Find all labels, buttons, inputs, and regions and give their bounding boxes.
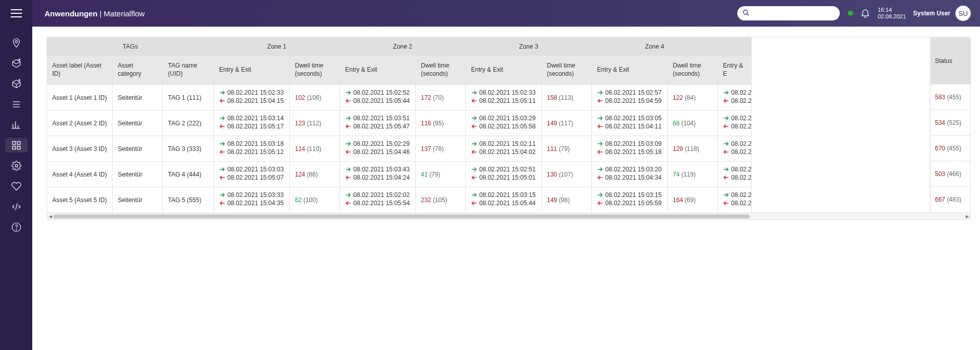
svg-line-24 — [747, 13, 749, 15]
header-status[interactable]: Status — [931, 37, 970, 84]
svg-rect-17 — [12, 146, 15, 149]
cell-entry-exit: 08.02.2021 15:03:1508.02.2021 15:05:44 — [466, 187, 542, 212]
svg-point-19 — [15, 165, 17, 167]
cell-asset-label: Asset 1 (Asset 1 ID) — [47, 84, 113, 110]
cell-asset-label: Asset 2 (Asset 2 ID) — [47, 110, 113, 136]
cell-dwell: 149 (117) — [542, 110, 592, 136]
cell-entry-exit: 08.02.2021 15:03:1808.02.2021 15:05:12 — [214, 136, 290, 161]
scrollbar-thumb[interactable] — [53, 214, 750, 218]
cell-dwell: 158 (113) — [542, 84, 592, 110]
cell-asset-label: Asset 3 (Asset 3 ID) — [47, 136, 113, 161]
nav-settings-icon[interactable] — [5, 159, 28, 173]
cell-entry-exit: 08.02.2021 15:02:0208.02.2021 15:05:54 — [340, 187, 416, 212]
svg-point-22 — [16, 229, 16, 230]
nav-help-icon[interactable] — [5, 220, 28, 234]
header-entry-exit[interactable]: Entry & Exit — [214, 56, 290, 84]
svg-line-20 — [15, 203, 17, 210]
notifications-button[interactable] — [860, 8, 870, 19]
search-box[interactable] — [737, 6, 840, 20]
cell-status: 667 (483) — [931, 187, 970, 212]
cell-entry-exit: 08.02.2021 15:02:1108.02.2021 15:04:02 — [466, 136, 542, 161]
cell-entry-exit-partial: 08.02.208.02.2 — [718, 161, 752, 187]
cell-entry-exit: 08.02.2021 15:03:5108.02.2021 15:05:47 — [340, 110, 416, 136]
svg-rect-16 — [17, 142, 20, 145]
cell-entry-exit-partial: 08.02.208.02.2 — [718, 187, 752, 212]
cell-entry-exit: 08.02.2021 15:02:3308.02.2021 15:05:11 — [466, 84, 542, 110]
cell-dwell: 149 (98) — [542, 187, 592, 212]
hamburger-menu-button[interactable] — [0, 0, 32, 27]
cell-asset-label: Asset 5 (Asset 5 ID) — [47, 187, 113, 212]
user-avatar[interactable]: SU — [955, 6, 971, 21]
cell-dwell: 116 (95) — [416, 110, 466, 136]
cell-status: 503 (466) — [931, 161, 970, 187]
cell-tag-name: TAG 2 (222) — [163, 110, 214, 136]
cell-entry-exit-partial: 08.02.208.02.2 — [718, 84, 752, 110]
nav-dashboard-icon[interactable] — [5, 138, 28, 152]
header-dwell[interactable]: Dwell time (seconds) — [542, 56, 592, 84]
header-group-zone4: Zone 4 — [592, 37, 718, 56]
connection-status-dot — [848, 11, 853, 16]
cell-tag-name: TAG 4 (444) — [163, 161, 214, 187]
cell-entry-exit: 08.02.2021 15:03:1508.02.2021 15:05:59 — [592, 187, 668, 212]
header-asset-label[interactable]: Asset label (Asset ID) — [47, 56, 113, 84]
cell-dwell: 114 (110) — [290, 136, 340, 161]
cell-asset-category: Seitentür — [113, 136, 163, 161]
cell-dwell: 74 (119) — [668, 161, 718, 187]
cell-entry-exit-partial: 08.02.208.02.2 — [718, 110, 752, 136]
nav-heart-icon[interactable] — [5, 179, 28, 193]
cell-status: 670 (455) — [931, 136, 970, 161]
header-dwell[interactable]: Dwell time (seconds) — [416, 56, 466, 84]
cell-dwell: 123 (112) — [290, 110, 340, 136]
sidebar — [0, 0, 32, 350]
cell-dwell: 232 (105) — [416, 187, 466, 212]
datetime-display: 16:14 02.08.2021 — [878, 7, 906, 20]
header-dwell[interactable]: Dwell time (seconds) — [668, 56, 718, 84]
header-tag-name[interactable]: TAG name (UID) — [163, 56, 214, 84]
svg-point-3 — [15, 40, 17, 42]
cell-dwell: 122 (84) — [668, 84, 718, 110]
cell-entry-exit: 08.02.2021 15:02:5108.02.2021 15:05:01 — [466, 161, 542, 187]
cell-asset-category: Seitentür — [113, 110, 163, 136]
cell-status: 583 (455) — [931, 84, 970, 110]
cell-entry-exit: 08.02.2021 15:03:4308.02.2021 15:04:24 — [340, 161, 416, 187]
cell-asset-category: Seitentür — [113, 187, 163, 212]
search-input[interactable] — [750, 10, 826, 17]
content-area: TAGsZone 1Zone 2Zone 3Zone 4Asset label … — [32, 27, 980, 350]
cell-entry-exit: 08.02.2021 15:02:5208.02.2021 15:05:44 — [340, 84, 416, 110]
nav-list-icon[interactable] — [5, 97, 28, 112]
nav-cube-plus-icon[interactable] — [5, 77, 28, 91]
cell-dwell: 164 (69) — [668, 187, 718, 212]
header-entry-exit[interactable]: Entry & Exit — [466, 56, 542, 84]
topbar: Anwendungen | Materialflow 16:14 02.08.2… — [32, 0, 980, 27]
cell-dwell: 102 (106) — [290, 84, 340, 110]
cell-dwell: 62 (100) — [290, 187, 340, 212]
cell-asset-category: Seitentür — [113, 161, 163, 187]
cell-entry-exit: 08.02.2021 15:03:0308.02.2021 15:05:07 — [214, 161, 290, 187]
svg-rect-15 — [12, 142, 15, 145]
cell-entry-exit: 08.02.2021 15:02:2908.02.2021 15:04:46 — [340, 136, 416, 161]
header-group-zone5 — [718, 37, 752, 56]
nav-chart-icon[interactable] — [5, 118, 28, 132]
cell-entry-exit: 08.02.2021 15:03:3308.02.2021 15:04:35 — [214, 187, 290, 212]
header-entry-exit[interactable]: Entry & Exit — [340, 56, 416, 84]
cell-tag-name: TAG 5 (555) — [163, 187, 214, 212]
cell-entry-exit: 08.02.2021 15:02:3308.02.2021 15:04:15 — [214, 84, 290, 110]
nav-map-icon[interactable] — [5, 36, 28, 50]
page-title: Anwendungen | Materialflow — [45, 9, 145, 18]
cell-entry-exit: 08.02.2021 15:02:5708.02.2021 15:04:59 — [592, 84, 668, 110]
username-label: System User — [913, 10, 950, 17]
nav-code-icon[interactable] — [5, 200, 28, 214]
cell-tag-name: TAG 3 (333) — [163, 136, 214, 161]
header-entry-exit-partial[interactable]: Entry & E — [718, 56, 752, 84]
horizontal-scrollbar[interactable]: ◀ ▶ — [47, 212, 970, 220]
header-dwell[interactable]: Dwell time (seconds) — [290, 56, 340, 84]
header-group-zone2: Zone 2 — [340, 37, 466, 56]
search-icon — [742, 9, 750, 18]
cell-dwell: 66 (104) — [668, 110, 718, 136]
nav-package-plus-icon[interactable] — [5, 56, 28, 71]
cell-entry-exit: 08.02.2021 15:03:0908.02.2021 15:05:18 — [592, 136, 668, 161]
cell-dwell: 111 (79) — [542, 136, 592, 161]
header-group-zone3: Zone 3 — [466, 37, 592, 56]
header-entry-exit[interactable]: Entry & Exit — [592, 56, 668, 84]
header-asset-category[interactable]: Asset category — [113, 56, 163, 84]
